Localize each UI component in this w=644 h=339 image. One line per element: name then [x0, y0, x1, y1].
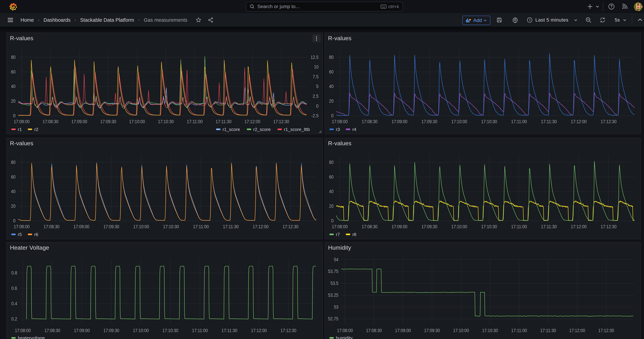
svg-text:17:09:30: 17:09:30 — [422, 119, 438, 124]
svg-text:80: 80 — [329, 160, 334, 165]
svg-text:60: 60 — [329, 69, 334, 74]
svg-text:60: 60 — [11, 174, 16, 180]
svg-text:17:09:00: 17:09:00 — [395, 328, 411, 333]
svg-text:17:08:30: 17:08:30 — [44, 328, 60, 333]
svg-text:17:10:30: 17:10:30 — [163, 224, 179, 229]
svg-text:12.5: 12.5 — [310, 54, 318, 60]
svg-text:10: 10 — [314, 64, 318, 70]
svg-text:17:12:00: 17:12:00 — [571, 224, 587, 229]
svg-text:17:10:00: 17:10:00 — [451, 119, 467, 124]
svg-text:0: 0 — [331, 113, 334, 118]
svg-text:17:10:30: 17:10:30 — [162, 328, 178, 333]
svg-text:80: 80 — [11, 160, 16, 165]
svg-text:17:11:00: 17:11:00 — [511, 224, 527, 229]
svg-text:60: 60 — [11, 69, 16, 74]
svg-text:17:09:00: 17:09:00 — [72, 119, 88, 124]
svg-text:17:08:00: 17:08:00 — [14, 224, 30, 229]
svg-text:17:11:30: 17:11:30 — [540, 328, 556, 333]
svg-text:17:09:30: 17:09:30 — [104, 224, 119, 229]
svg-text:r2: r2 — [34, 127, 38, 132]
svg-text:17:11:30: 17:11:30 — [216, 119, 232, 124]
svg-text:17:08:30: 17:08:30 — [42, 119, 58, 124]
svg-text:17:08:00: 17:08:00 — [14, 119, 30, 124]
svg-text:40: 40 — [11, 84, 16, 89]
svg-text:40: 40 — [329, 189, 334, 194]
svg-text:17:11:30: 17:11:30 — [222, 328, 237, 333]
svg-text:humidity: humidity — [336, 336, 353, 339]
svg-text:17:11:30: 17:11:30 — [541, 224, 557, 229]
svg-text:heatervoltage: heatervoltage — [18, 336, 45, 339]
svg-text:17:08:30: 17:08:30 — [366, 328, 382, 333]
svg-text:17:12:00: 17:12:00 — [571, 119, 587, 124]
svg-text:17:12:30: 17:12:30 — [280, 328, 296, 333]
svg-text:17:08:30: 17:08:30 — [362, 119, 378, 124]
svg-text:40: 40 — [329, 84, 334, 89]
svg-text:17:12:00: 17:12:00 — [569, 328, 585, 333]
svg-text:17:12:30: 17:12:30 — [273, 119, 289, 124]
svg-text:17:09:30: 17:09:30 — [100, 119, 116, 124]
svg-text:17:10:00: 17:10:00 — [129, 119, 145, 124]
svg-text:17:09:00: 17:09:00 — [392, 119, 407, 124]
svg-text:17:11:00: 17:11:00 — [193, 224, 209, 229]
svg-text:17:09:00: 17:09:00 — [74, 328, 90, 333]
svg-text:17:12:00: 17:12:00 — [253, 224, 269, 229]
svg-text:54: 54 — [334, 257, 338, 262]
svg-text:53.75: 53.75 — [328, 268, 338, 274]
svg-text:17:09:00: 17:09:00 — [392, 224, 407, 229]
svg-text:17:12:30: 17:12:30 — [601, 224, 616, 229]
svg-text:20: 20 — [329, 204, 334, 209]
svg-text:17:10:30: 17:10:30 — [481, 119, 497, 124]
svg-text:17:09:30: 17:09:30 — [104, 328, 119, 333]
svg-text:80: 80 — [329, 54, 334, 60]
svg-text:0: 0 — [316, 103, 318, 109]
svg-text:r5: r5 — [18, 232, 22, 237]
svg-text:53.5: 53.5 — [330, 280, 338, 286]
svg-text:17:10:00: 17:10:00 — [133, 328, 149, 333]
svg-text:53.25: 53.25 — [328, 292, 338, 298]
svg-text:17:08:00: 17:08:00 — [15, 328, 31, 333]
svg-text:20: 20 — [11, 204, 16, 209]
svg-text:5: 5 — [316, 84, 318, 89]
svg-text:17:10:00: 17:10:00 — [451, 224, 467, 229]
svg-text:r4: r4 — [352, 127, 356, 132]
svg-text:-2.5: -2.5 — [311, 113, 318, 118]
svg-text:0.6: 0.6 — [12, 286, 17, 291]
svg-text:17:10:00: 17:10:00 — [133, 224, 149, 229]
svg-text:0: 0 — [13, 218, 16, 224]
svg-text:r1: r1 — [18, 127, 22, 132]
svg-text:r7: r7 — [336, 232, 340, 237]
svg-text:17:08:30: 17:08:30 — [44, 224, 60, 229]
svg-text:17:11:00: 17:11:00 — [192, 328, 208, 333]
svg-text:17:12:30: 17:12:30 — [601, 119, 616, 124]
svg-text:0.8: 0.8 — [12, 270, 17, 276]
svg-text:60: 60 — [329, 174, 334, 180]
svg-text:53: 53 — [334, 304, 338, 310]
svg-text:0.2: 0.2 — [12, 316, 17, 322]
svg-text:17:10:30: 17:10:30 — [158, 119, 174, 124]
svg-text:r3: r3 — [336, 127, 340, 132]
svg-text:17:08:00: 17:08:00 — [332, 224, 348, 229]
svg-text:17:08:00: 17:08:00 — [332, 119, 348, 124]
svg-text:r1_score_lttb: r1_score_lttb — [284, 127, 310, 132]
svg-text:20: 20 — [11, 98, 16, 104]
svg-text:2.5: 2.5 — [313, 94, 318, 99]
svg-text:0: 0 — [331, 218, 334, 224]
svg-text:17:11:30: 17:11:30 — [541, 119, 557, 124]
svg-text:40: 40 — [11, 189, 16, 194]
svg-text:80: 80 — [11, 54, 16, 60]
svg-text:17:10:30: 17:10:30 — [481, 224, 497, 229]
svg-text:17:11:00: 17:11:00 — [511, 328, 527, 333]
svg-text:17:10:30: 17:10:30 — [482, 328, 498, 333]
svg-text:r8: r8 — [352, 232, 356, 237]
svg-text:0: 0 — [13, 113, 16, 118]
svg-text:20: 20 — [329, 98, 334, 104]
svg-text:17:08:30: 17:08:30 — [362, 224, 378, 229]
svg-text:17:12:00: 17:12:00 — [244, 119, 260, 124]
svg-text:17:10:00: 17:10:00 — [453, 328, 469, 333]
svg-text:52.75: 52.75 — [328, 316, 338, 322]
svg-text:r6: r6 — [34, 232, 38, 237]
svg-text:0.4: 0.4 — [12, 301, 17, 306]
svg-text:17:11:00: 17:11:00 — [187, 119, 203, 124]
svg-text:17:12:30: 17:12:30 — [283, 224, 298, 229]
svg-text:17:08:00: 17:08:00 — [337, 328, 353, 333]
